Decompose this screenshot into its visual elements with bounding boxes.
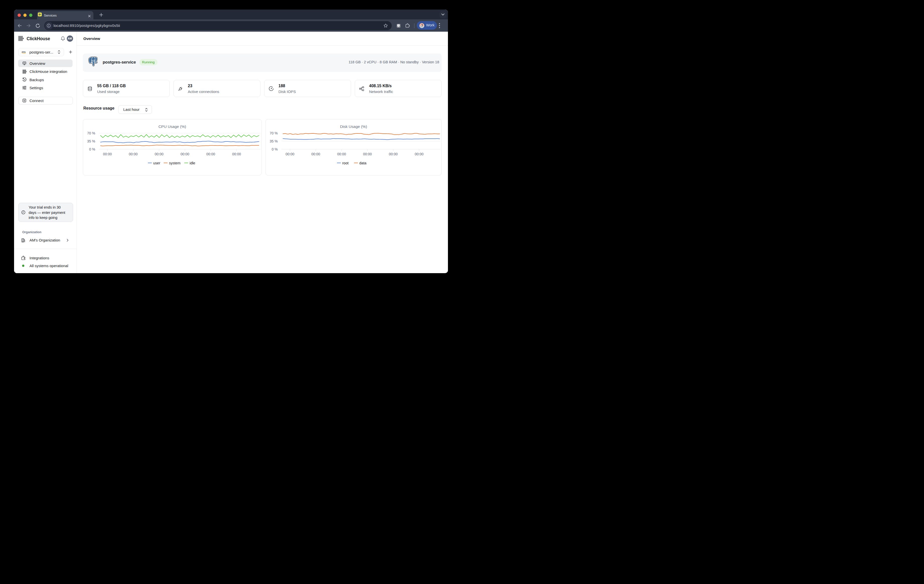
svg-text:user: user — [153, 161, 160, 165]
svg-text:35 %: 35 % — [270, 139, 278, 143]
svg-text:00:00: 00:00 — [103, 152, 112, 156]
svg-text:idle: idle — [190, 161, 195, 165]
svg-text:70 %: 70 % — [270, 131, 278, 135]
svg-text:0 %: 0 % — [272, 147, 278, 151]
svg-text:0 %: 0 % — [89, 147, 95, 151]
svg-text:00:00: 00:00 — [389, 152, 398, 156]
svg-text:system: system — [169, 161, 180, 165]
svg-text:70 %: 70 % — [87, 131, 95, 135]
svg-text:00:00: 00:00 — [206, 152, 215, 156]
svg-text:00:00: 00:00 — [129, 152, 138, 156]
svg-text:Disk Usage (%): Disk Usage (%) — [340, 124, 367, 129]
svg-text:00:00: 00:00 — [337, 152, 346, 156]
svg-text:aws: aws — [22, 51, 26, 53]
svg-text:root: root — [342, 161, 348, 165]
svg-text:00:00: 00:00 — [232, 152, 241, 156]
svg-text:00:00: 00:00 — [180, 152, 189, 156]
svg-text:data: data — [359, 161, 366, 165]
svg-text:00:00: 00:00 — [155, 152, 163, 156]
svg-text:00:00: 00:00 — [285, 152, 294, 156]
svg-text:35 %: 35 % — [87, 139, 95, 143]
svg-text:CPU Usage (%): CPU Usage (%) — [158, 124, 186, 129]
svg-text:00:00: 00:00 — [363, 152, 372, 156]
svg-text:00:00: 00:00 — [311, 152, 320, 156]
svg-text:00:00: 00:00 — [415, 152, 424, 156]
